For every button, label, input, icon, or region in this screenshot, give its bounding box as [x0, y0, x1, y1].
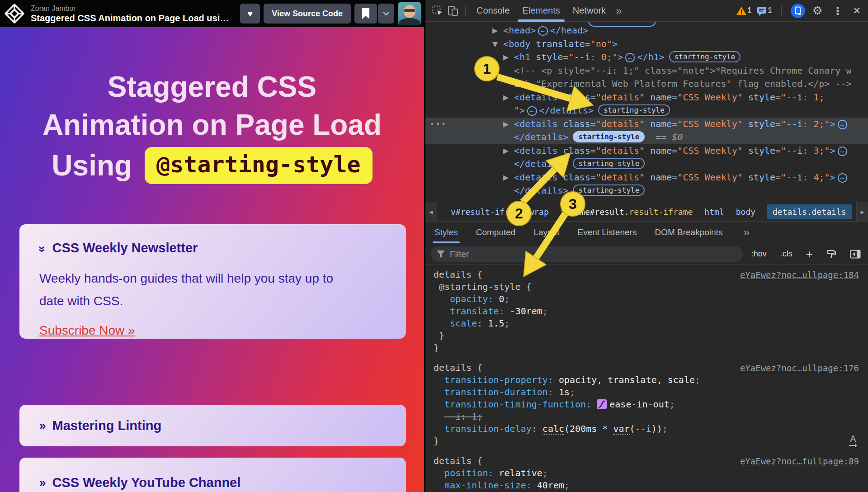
breadcrumb-scroll-right-button[interactable]: ▸ [856, 202, 868, 221]
new-style-rule-button[interactable]: + [803, 249, 816, 259]
starting-style-badge[interactable]: starting-style [573, 131, 645, 142]
dom-tree-line[interactable]: <!-- <p style="--i: 1;" class="note">*Re… [425, 64, 868, 78]
tab-styles[interactable]: Styles [434, 222, 459, 243]
avatar[interactable] [398, 2, 421, 25]
paint-roller-icon [826, 249, 836, 259]
font-editor-icon[interactable]: A [846, 433, 860, 446]
message-icon [756, 5, 767, 16]
css-declaration-line[interactable]: translate: -30rem; [434, 305, 868, 317]
toggle-class-button[interactable]: .cls [778, 249, 795, 259]
starting-style-badge[interactable]: starting-style [598, 104, 670, 116]
newsletter-card-summary[interactable]: » CSS Weekly Newsletter [39, 241, 386, 255]
dom-tree-line[interactable]: </details>starting-style [425, 184, 868, 198]
more-panel-tabs-button[interactable]: » [740, 226, 753, 239]
expand-inline-icon[interactable]: … [838, 173, 847, 183]
linting-card[interactable]: » Mastering Linting [19, 405, 406, 446]
filter-funnel-icon [436, 250, 445, 258]
subscribe-link[interactable]: Subscribe Now » [39, 323, 135, 338]
expand-inline-icon[interactable]: … [527, 106, 537, 116]
breadcrumb-item[interactable]: html [704, 207, 724, 217]
expand-inline-icon[interactable]: … [838, 147, 847, 156]
dom-tree-line[interactable]: ith "Experimental Web Platform Features"… [425, 77, 868, 91]
breadcrumb-scroll-left-button[interactable]: ◂ [425, 202, 437, 221]
starting-style-badge[interactable]: starting-style [669, 51, 741, 62]
settings-button[interactable]: ⚙ [810, 4, 825, 18]
devtools-pane: Console Elements Network » 1 1 [425, 0, 868, 492]
dom-tree: ••• ▶ <head>…</head>▼ <body translate="n… [425, 22, 868, 202]
device-toolbar-button[interactable] [445, 3, 461, 19]
tab-dom-breakpoints[interactable]: DOM Breakpoints [654, 222, 723, 243]
tab-layout[interactable]: Layout [533, 222, 560, 243]
css-declaration-line[interactable]: } [434, 330, 868, 342]
style-source-link[interactable]: eYaEwez?noc…ullpage:184 [737, 270, 862, 280]
bookmark-button[interactable] [354, 4, 377, 24]
dom-tree-line[interactable]: ▼ <body translate="no"> [425, 38, 868, 51]
toggle-sidebar-button[interactable] [847, 249, 863, 259]
starting-style-badge[interactable]: starting-style [573, 158, 645, 169]
extension-button[interactable] [791, 4, 805, 18]
breadcrumb-item[interactable]: v#result-iframe-wrap [451, 207, 549, 217]
expand-inline-icon[interactable]: … [625, 53, 635, 62]
like-button[interactable]: ♥ [240, 4, 260, 24]
css-declaration-line[interactable]: transition-duration: 1s; [434, 386, 868, 398]
tab-network[interactable]: Network [566, 0, 612, 21]
warnings-button[interactable]: 1 [736, 3, 752, 19]
css-declaration-line[interactable]: transition-delay: calc(200ms * var(--i))… [434, 423, 868, 435]
css-declaration-line[interactable]: scale: 1.5; [434, 317, 868, 330]
starting-style-code-chip: @starting-style [145, 147, 373, 184]
expand-inline-icon[interactable]: … [538, 26, 547, 36]
dom-tree-line[interactable]: ">…</details>starting-style [425, 104, 868, 118]
row-options-icon[interactable]: ••• [430, 120, 447, 128]
starting-style-badge[interactable]: starting-style [573, 184, 645, 196]
hero-line3-word: Using [52, 147, 132, 184]
css-declaration-line[interactable]: opacity: 0; [434, 293, 868, 305]
codepen-logo-icon[interactable] [5, 4, 24, 24]
youtube-card[interactable]: » CSS Weekly YouTube Channel [19, 458, 406, 492]
tab-computed[interactable]: Computed [475, 222, 517, 243]
dom-tree-line[interactable]: ▶ <details class="details" name="CSS Wee… [425, 171, 868, 184]
expand-inline-icon[interactable]: … [838, 120, 847, 129]
close-devtools-button[interactable]: ✕ [850, 5, 863, 17]
pen-actions: ♥ View Source Code [240, 2, 421, 25]
dom-tree-line[interactable]: ▶ <details class="details" name="CSS Wee… [425, 91, 868, 104]
breadcrumb-item[interactable]: iframe#result.result-iframe [561, 207, 693, 217]
dom-tree-line[interactable]: ▶ <details class="details" name="CSS Wee… [425, 144, 868, 158]
more-tabs-button[interactable]: » [612, 5, 625, 17]
pen-author[interactable]: Zoran Jambor [31, 4, 229, 13]
style-source-link[interactable]: eYaEwez?noc…fullpage:89 [737, 456, 862, 467]
dom-tree-line[interactable]: </details>starting-style == $0 [425, 131, 868, 144]
dock-sidebar-icon [850, 250, 861, 259]
inspect-element-button[interactable] [430, 3, 445, 19]
css-declaration-line[interactable]: transition-timing-function: ease-in-out; [434, 398, 868, 411]
pen-title[interactable]: Staggered CSS Animation on Page Load usi… [31, 13, 229, 24]
css-declaration-line[interactable]: max-inline-size: 40rem; [434, 479, 868, 492]
screen: Zoran Jambor Staggered CSS Animation on … [0, 0, 868, 492]
dom-breadcrumb-bar: ◂ v#result-iframe-wrapiframe#result.resu… [425, 202, 868, 222]
breadcrumb-item[interactable]: body [736, 207, 755, 217]
view-source-button[interactable]: View Source Code [264, 4, 351, 24]
kebab-menu-button[interactable]: ⋮ [830, 5, 845, 17]
toggle-hover-state-button[interactable]: :hov [749, 249, 769, 259]
tab-console[interactable]: Console [470, 0, 516, 21]
css-declaration-line[interactable]: } [434, 342, 868, 354]
css-declaration-line[interactable]: transition-property: opacity, translate,… [434, 374, 868, 386]
styles-filter-input[interactable]: Filter [431, 246, 743, 262]
messages-button[interactable]: 1 [756, 3, 772, 19]
bookmark-dropdown-button[interactable] [378, 4, 394, 24]
dom-tree-line[interactable]: ▶ <h1 style="--i: 0;">…</h1>starting-sty… [425, 51, 868, 64]
chevron-down-icon [383, 12, 389, 16]
tab-elements[interactable]: Elements [516, 0, 566, 21]
newsletter-card[interactable]: » CSS Weekly Newsletter Weekly hands-on … [19, 224, 406, 339]
css-declaration-line[interactable]: } [434, 435, 868, 447]
tab-event-listeners[interactable]: Event Listeners [576, 222, 637, 243]
toolbar-separator [781, 5, 782, 16]
breadcrumb-item[interactable]: details.details [767, 204, 852, 219]
rendering-button[interactable] [824, 249, 839, 260]
css-declaration-line[interactable]: --i: 1; [434, 411, 868, 423]
css-declaration-line[interactable]: position: relative; [434, 467, 868, 479]
style-source-link[interactable]: eYaEwez?noc…ullpage:176 [737, 363, 862, 374]
css-declaration-line[interactable]: @starting-style { [434, 281, 868, 293]
dom-tree-line[interactable]: </details>starting-style [425, 157, 868, 171]
bezier-editor-icon[interactable] [597, 399, 607, 412]
dom-tree-line[interactable]: ▶ <details class="details" name="CSS Wee… [425, 118, 868, 131]
